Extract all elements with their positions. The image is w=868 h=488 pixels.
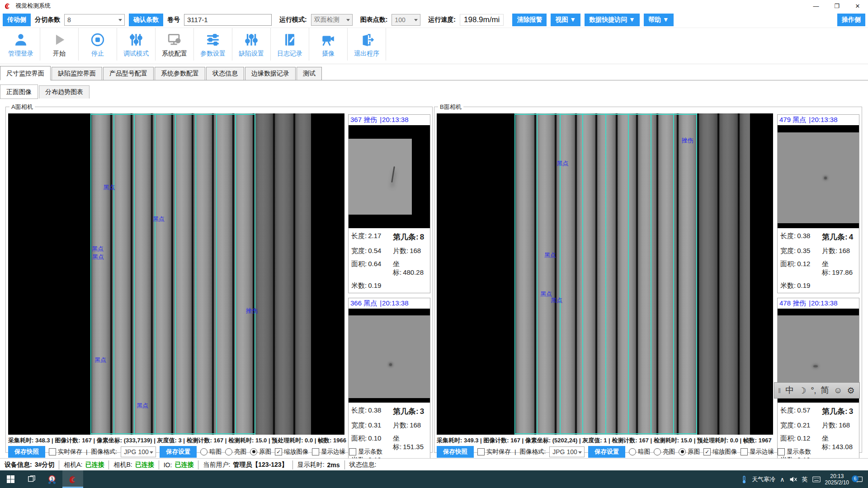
admin-login-button[interactable]: 管理登录 [2, 28, 40, 61]
realtime-save-checkbox[interactable]: 实时保存 [49, 448, 82, 456]
defect-stats: 长度:0.38 第几条:4 宽度:0.35 片数:168 面积:0.12 坐标:… [778, 228, 859, 293]
tab-size-monitor[interactable]: 尺寸监控界面 [0, 66, 51, 80]
clear-alarm-button[interactable]: 清除报警 [512, 14, 547, 26]
chart-points-select[interactable]: 100 [392, 14, 420, 26]
task-view-button[interactable] [21, 470, 42, 488]
confirm-count-button[interactable]: 确认条数 [129, 14, 163, 26]
ime-settings-icon[interactable]: ⚙ [847, 385, 854, 396]
sub-tabs: 正面图像 分布趋势图表 [0, 85, 868, 99]
defect-overlay-label: 黑点 [557, 160, 569, 168]
tab-front-image[interactable]: 正面图像 [0, 84, 38, 99]
ime-fullhalf-icon[interactable]: ☽ [798, 385, 806, 396]
strip-boundary-line [514, 433, 696, 434]
tray-chevron-icon[interactable]: ∧ [780, 476, 784, 483]
strip-boundary-line [90, 114, 255, 115]
maximize-button[interactable]: ❐ [826, 0, 847, 12]
start-button[interactable]: 开始 [40, 28, 79, 61]
defect-card[interactable]: 479 黑点|20:13:38 长度:0.38 第几条:4 宽度:0.35 片数… [777, 114, 859, 293]
notification-center-button[interactable]: 6 [854, 474, 864, 485]
tab-trend-chart[interactable]: 分布趋势图表 [39, 85, 90, 99]
ime-toolbar[interactable]: ‖ 中 ☽ °‚ 简 ☺ ⚙ [774, 382, 860, 399]
save-settings-button[interactable]: 保存设置 [588, 446, 625, 458]
show-strips-checkbox[interactable]: 显示条数 [778, 448, 811, 456]
weather-text[interactable]: 天气寒冷 [752, 475, 775, 483]
run-speed-label: 运行速度: [428, 16, 456, 24]
system-config-button[interactable]: 系统配置 [156, 28, 194, 61]
operator-side-button[interactable]: 操作侧 [837, 14, 865, 26]
defect-overlay-label: 黑点 [92, 253, 104, 261]
defect-overlay-label: 挫伤 [682, 136, 693, 145]
io-status: IO:已连接 [159, 460, 199, 469]
language-indicator[interactable]: 英 [802, 475, 808, 483]
bright-image-radio[interactable]: 亮图 [654, 448, 675, 456]
tab-status-info[interactable]: 状态信息 [206, 67, 244, 80]
save-settings-button[interactable]: 保存设置 [160, 446, 197, 458]
zoom-image-checkbox[interactable]: ✓缩放图像 [703, 448, 737, 456]
dark-image-radio[interactable]: 暗图 [629, 448, 650, 456]
clock[interactable]: 20:13 2025/2/10 [825, 473, 849, 486]
image-format-select[interactable]: JPG 100 [121, 446, 156, 457]
ime-punct-icon[interactable]: °‚ [811, 385, 816, 395]
minimize-button[interactable]: — [806, 0, 826, 12]
log-record-button[interactable]: 日志记录 [271, 28, 309, 61]
camera-a-image[interactable]: 黑点黑点黑点黑点挫伤黑点黑点 [8, 113, 344, 435]
tab-edge-data-record[interactable]: 边缘数据记录 [245, 67, 296, 80]
run-mode-select[interactable]: 双面检测 [311, 14, 353, 26]
app-taskbar-button[interactable] [62, 470, 83, 488]
capture-button[interactable]: 摄像 [309, 28, 348, 61]
image-format-select[interactable]: JPG 100 [549, 446, 585, 457]
defect-card[interactable]: 367 挫伤|20:13:38 长度:2.17 第几条:8 宽度:0.54 片数… [348, 114, 430, 293]
save-snapshot-button[interactable]: 保存快照 [8, 446, 45, 458]
start-menu-button[interactable] [0, 470, 21, 488]
tab-product-model-config[interactable]: 产品型号配置 [103, 67, 154, 80]
stop-button[interactable]: 停止 [79, 28, 117, 61]
data-quick-access-button[interactable]: 数据快捷访问 ▼ [585, 14, 640, 26]
defect-stats: 长度:0.57 第几条:3 宽度:0.21 片数:168 面积:0.12 坐标:… [778, 403, 859, 467]
exit-program-button[interactable]: 退出程序 [348, 28, 386, 61]
camera-b-defect-panel: 479 黑点|20:13:38 长度:0.38 第几条:4 宽度:0.35 片数… [777, 114, 859, 472]
log-book-icon [282, 31, 297, 49]
parameter-settings-button[interactable]: 参数设置 [194, 28, 232, 61]
run-mode-label: 运行模式: [279, 16, 307, 24]
thermometer-icon [741, 475, 747, 483]
original-image-radio[interactable]: 原图 [250, 448, 271, 456]
defect-thumbnail [349, 125, 430, 228]
touch-keyboard-icon[interactable] [812, 476, 821, 483]
snipping-tool-button[interactable] [42, 470, 62, 488]
help-menu-button[interactable]: 帮助 ▼ [644, 14, 674, 26]
split-count-select[interactable]: 8 [64, 14, 125, 26]
roll-number-input[interactable]: 3117-1 [184, 14, 272, 26]
show-edges-checkbox[interactable]: 显示边缘 [312, 448, 345, 456]
strip-boundary-line [175, 113, 176, 435]
chart-points-label: 图表点数: [360, 16, 388, 24]
tab-defect-monitor[interactable]: 缺陷监控界面 [52, 67, 102, 80]
ime-emoji-icon[interactable]: ☺ [834, 385, 842, 395]
camera-b-image[interactable]: 黑点挫伤黑点黑点黑点 [437, 113, 773, 435]
show-edges-checkbox[interactable]: 显示边缘 [741, 448, 774, 456]
ime-grip[interactable]: ‖ [778, 387, 781, 394]
view-menu-button[interactable]: 视图 ▼ [551, 14, 580, 26]
close-button[interactable]: ✕ [847, 0, 868, 12]
original-image-radio[interactable]: 原图 [679, 448, 700, 456]
defect-settings-button[interactable]: 缺陷设置 [232, 28, 271, 61]
zoom-image-checkbox[interactable]: ✓缩放图像 [275, 448, 308, 456]
defect-overlay-label: 黑点 [153, 215, 165, 223]
dark-image-radio[interactable]: 暗图 [200, 448, 222, 456]
separator: | [514, 448, 516, 455]
defect-overlay-label: 挫伤 [246, 307, 258, 315]
defect-header: 478 挫伤|20:13:38 [778, 298, 859, 309]
tab-test[interactable]: 测试 [297, 67, 322, 80]
tab-system-param-config[interactable]: 系统参数配置 [155, 67, 205, 80]
current-user: 当前用户:管理员【123-123】 [198, 460, 292, 469]
bright-image-radio[interactable]: 亮图 [225, 448, 246, 456]
show-strips-checkbox[interactable]: 显示条数 [349, 448, 382, 456]
realtime-save-checkbox[interactable]: 实时保存 [477, 448, 511, 456]
volume-muted-icon[interactable] [789, 476, 797, 483]
drive-side-button[interactable]: 传动侧 [3, 14, 31, 26]
debug-mode-button[interactable]: 调试模式 [117, 28, 156, 61]
ime-mode[interactable]: 中 [785, 385, 794, 396]
ime-charset[interactable]: 简 [821, 385, 829, 396]
sliders-horizontal-icon [205, 31, 221, 49]
save-snapshot-button[interactable]: 保存快照 [437, 446, 474, 458]
camera-b-group: B面相机 黑点挫伤黑点黑点黑点 479 黑点|20:13:38 长度:0.38 … [434, 107, 862, 453]
